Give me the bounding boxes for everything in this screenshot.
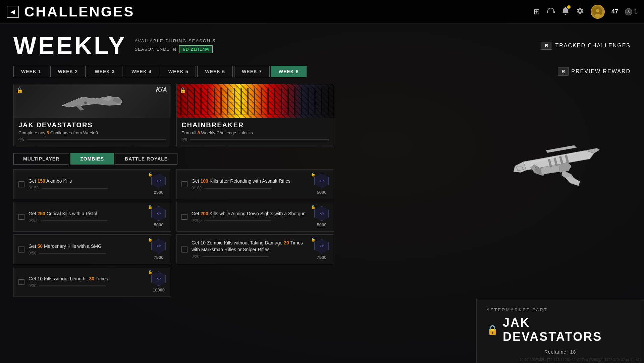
xp-amount-nohit: 10000 xyxy=(153,287,165,292)
xp-badge-zombie-sniper: XP xyxy=(314,239,329,254)
rank-icon: 1 xyxy=(625,8,637,15)
xp-badge-critical: XP xyxy=(151,206,166,221)
week-tab-4[interactable]: WEEK 4 xyxy=(124,66,159,77)
main-content: WEEKLY AVAILABLE DURING SEASON 5 SEASON … xyxy=(0,24,644,297)
challenge-progress-text-ads-shotgun: 0/200 xyxy=(192,218,202,223)
challenges-col-left: Get 150 Akimbo Kills 0/150 🔒 XP 2500 Get… xyxy=(13,169,171,297)
challenge-right-zombie-sniper: XP 7500 xyxy=(314,239,329,260)
challenge-checkbox-ads-shotgun[interactable] xyxy=(181,214,187,220)
reward-card-chain-name: CHAINBREAKER xyxy=(181,121,329,129)
time-remaining: 6d 21h14m xyxy=(179,45,213,53)
mode-tab-battle-royale[interactable]: BATTLE ROYALE xyxy=(115,153,177,165)
week-tab-3[interactable]: WEEK 3 xyxy=(87,66,122,77)
reward-card-chain-desc: Earn all 8 Weekly Challenge Unlocks xyxy=(181,130,329,135)
notification-badge xyxy=(567,5,571,9)
grid-icon[interactable]: ⊞ xyxy=(534,7,540,16)
aftermarket-gun-name: Reclaimer 18 xyxy=(487,349,634,355)
aftermarket-lock-icon: 🔒 xyxy=(487,324,499,335)
challenge-progress-text-mercenary: 0/50 xyxy=(29,251,36,256)
player-level: 47 xyxy=(611,8,618,15)
challenge-progress-bar-akimbo xyxy=(41,188,108,189)
challenge-right-ads-shotgun: XP 5000 xyxy=(314,206,329,227)
player-avatar[interactable] xyxy=(591,5,605,19)
challenge-item-mercenary[interactable]: Get 50 Mercenary Kills with a SMG 0/50 🔒… xyxy=(13,234,171,264)
svg-point-4 xyxy=(84,101,87,104)
week-tab-6[interactable]: WEEK 6 xyxy=(197,66,233,77)
challenge-right-nohit: XP 10000 xyxy=(151,271,166,292)
xp-badge-mercenary: XP xyxy=(151,239,166,254)
tracked-challenges-label: TRACKED CHALLENGES xyxy=(555,43,631,49)
challenge-progress-bar-reload xyxy=(204,188,271,189)
challenge-progress-reload: 0/100 xyxy=(192,186,310,190)
rank-value: 1 xyxy=(634,9,637,15)
preview-reward-button[interactable]: R PREVIEW REWARD xyxy=(558,67,631,76)
challenge-item-akimbo[interactable]: Get 150 Akimbo Kills 0/150 🔒 XP 2500 xyxy=(13,169,171,199)
challenge-checkbox-akimbo[interactable] xyxy=(18,181,24,187)
challenge-checkbox-reload[interactable] xyxy=(181,181,187,187)
challenge-item-nohit[interactable]: Get 10 Kills without being hit 30 Times … xyxy=(13,267,171,297)
back-button[interactable]: ◀ xyxy=(7,6,19,18)
reward-card-chain-image: 🔒 xyxy=(177,84,334,118)
reward-card-jak-desc: Complete any 5 Challenges from Week 8 xyxy=(18,130,166,135)
challenge-name-mercenary: Get 50 Mercenary Kills with a SMG xyxy=(29,243,147,250)
challenge-lock-nohit: 🔒 xyxy=(148,270,153,274)
challenge-name-zombie-sniper: Get 10 Zombie Kills without Taking Damag… xyxy=(192,240,310,253)
chain-lock-icon: 🔒 xyxy=(179,87,186,93)
svg-point-1 xyxy=(596,9,599,12)
reward-card-jak-name: JAK DEVASTATORS xyxy=(18,121,166,129)
season-ends-label: SEASON ENDS IN xyxy=(135,47,176,52)
aftermarket-name-text: JAK DEVASTATORS xyxy=(503,316,634,344)
challenge-item-zombie-sniper[interactable]: Get 10 Zombie Kills without Taking Damag… xyxy=(176,234,334,264)
week-tabs-row: WEEK 1 WEEK 2 WEEK 3 WEEK 4 WEEK 5 WEEK … xyxy=(13,66,631,77)
week-tab-2[interactable]: WEEK 2 xyxy=(50,66,86,77)
reward-card-chain-progress: 0/8 xyxy=(181,137,329,142)
challenge-checkbox-zombie-sniper[interactable] xyxy=(181,246,187,253)
reward-card-jak-progress-text: 0/5 xyxy=(18,137,24,142)
tracked-challenges-key: B xyxy=(541,42,552,50)
mode-tab-zombies[interactable]: ZOMBIES xyxy=(70,153,114,165)
challenge-checkbox-nohit[interactable] xyxy=(18,279,24,285)
challenge-progress-critical: 0/250 xyxy=(29,218,147,223)
aftermarket-weapon-name: 🔒 JAK DEVASTATORS xyxy=(487,316,634,344)
aftermarket-type-label: AFTERMARKET PART xyxy=(487,307,634,312)
challenge-item-ads-shotgun[interactable]: Get 200 Kills while Aiming Down Sights w… xyxy=(176,202,334,232)
xp-badge-ads-shotgun: XP xyxy=(314,206,329,221)
reward-cards: K/A 🔒 JAK DEVASTATORS Complete any 5 Cha… xyxy=(13,84,631,146)
jak-lock-icon: 🔒 xyxy=(16,87,23,93)
reward-card-chain-info: CHAINBREAKER Earn all 8 Weekly Challenge… xyxy=(177,118,334,146)
challenge-checkbox-critical[interactable] xyxy=(18,214,24,220)
challenge-progress-ads-shotgun: 0/200 xyxy=(192,218,310,223)
reward-card-jak[interactable]: K/A 🔒 JAK DEVASTATORS Complete any 5 Cha… xyxy=(13,84,171,146)
challenge-item-reload[interactable]: Get 100 Kills after Reloading with Assau… xyxy=(176,169,334,199)
chain-overlay xyxy=(180,88,330,115)
reward-card-chain[interactable]: 🔒 CHAINBREAKER Earn all 8 Weekly Challen… xyxy=(176,84,334,146)
preview-reward-key: R xyxy=(558,67,569,76)
challenge-progress-text-nohit: 0/30 xyxy=(29,283,36,288)
challenge-name-reload: Get 100 Kills after Reloading with Assau… xyxy=(192,178,310,185)
challenge-item-critical[interactable]: Get 250 Critical Kills with a Pistol 0/2… xyxy=(13,202,171,232)
challenge-progress-text-zombie-sniper: 0/20 xyxy=(192,254,199,259)
challenge-right-akimbo: XP 2500 xyxy=(151,174,166,195)
week-tab-8[interactable]: WEEK 8 xyxy=(271,66,307,77)
mode-tabs: MULTIPLAYER ZOMBIES BATTLE ROYALE xyxy=(13,153,631,165)
challenge-content-zombie-sniper: Get 10 Zombie Kills without Taking Damag… xyxy=(192,240,310,259)
challenge-checkbox-mercenary[interactable] xyxy=(18,246,24,253)
challenge-content-reload: Get 100 Kills after Reloading with Assau… xyxy=(192,178,310,191)
mode-tab-multiplayer[interactable]: MULTIPLAYER xyxy=(13,153,69,165)
week-tab-1[interactable]: WEEK 1 xyxy=(13,66,49,77)
week-tabs: WEEK 1 WEEK 2 WEEK 3 WEEK 4 WEEK 5 WEEK … xyxy=(13,66,307,77)
week-tab-7[interactable]: WEEK 7 xyxy=(234,66,270,77)
xp-amount-critical: 5000 xyxy=(154,222,164,227)
headset-icon[interactable] xyxy=(546,7,555,16)
jak-image-bg: K/A xyxy=(14,84,171,118)
tracked-challenges-button[interactable]: B TRACKED CHALLENGES xyxy=(541,42,631,50)
settings-icon[interactable] xyxy=(576,7,584,17)
xp-badge-nohit: XP xyxy=(151,271,166,286)
week-tab-5[interactable]: WEEK 5 xyxy=(161,66,196,77)
page-title: CHALLENGES xyxy=(24,4,135,20)
challenge-progress-text-reload: 0/100 xyxy=(192,186,202,190)
notification-icon[interactable] xyxy=(562,7,569,17)
reward-card-jak-image: K/A 🔒 xyxy=(14,84,171,118)
reward-card-chain-bar xyxy=(190,139,329,140)
season-info: AVAILABLE DURING SEASON 5 SEASON ENDS IN… xyxy=(135,38,216,53)
